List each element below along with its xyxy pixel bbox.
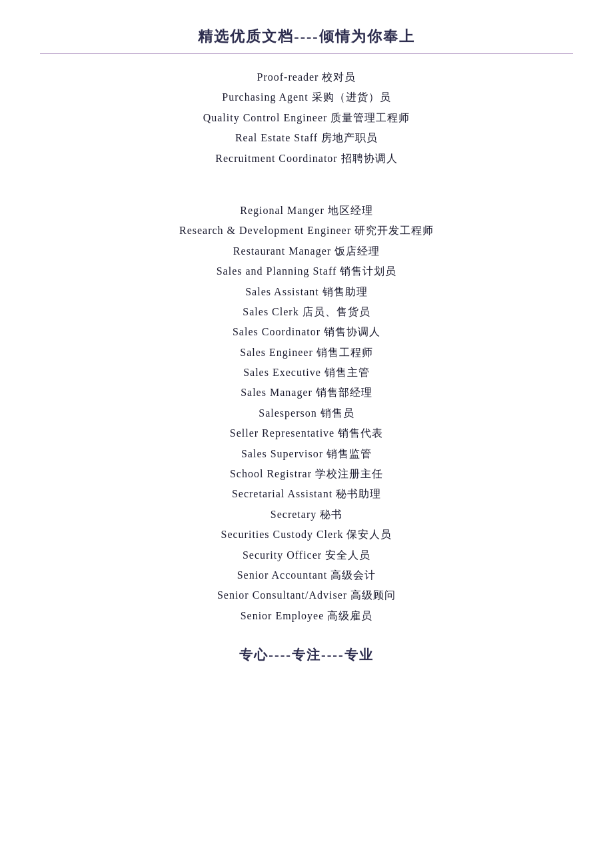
list-item: Seller Representative 销售代表 [179, 423, 434, 443]
list-item: Sales Engineer 销售工程师 [179, 343, 434, 363]
list-item: Sales Clerk 店员、售货员 [179, 302, 434, 322]
list-item: Senior Accountant 高级会计 [179, 565, 434, 585]
list-item: Regional Manger 地区经理 [179, 201, 434, 221]
page-title: 精选优质文档----倾情为你奉上 [40, 27, 573, 47]
list-item: Real Estate Staff 房地产职员 [203, 128, 410, 148]
list-item: Sales Assistant 销售助理 [179, 282, 434, 302]
list-item: Senior Employee 高级雇员 [179, 606, 434, 626]
list-item: Security Officer 安全人员 [179, 545, 434, 565]
list-item: Sales Manager 销售部经理 [179, 383, 434, 403]
entries-group-2: Regional Manger 地区经理Research & Developme… [179, 201, 434, 626]
list-item: School Registrar 学校注册主任 [179, 464, 434, 484]
list-item: Salesperson 销售员 [179, 403, 434, 423]
page-header: 精选优质文档----倾情为你奉上 [40, 27, 573, 47]
list-item: Sales Coordinator 销售协调人 [179, 322, 434, 342]
header-divider [40, 53, 573, 54]
list-item: Recruitment Coordinator 招聘协调人 [203, 149, 410, 169]
list-item: Sales and Planning Staff 销售计划员 [179, 261, 434, 281]
entries-group-1: Proof-reader 校对员Purchasing Agent 采购（进货）员… [203, 67, 410, 169]
list-item: Secretary 秘书 [179, 505, 434, 525]
list-item: Restaurant Manager 饭店经理 [179, 241, 434, 261]
list-item: Purchasing Agent 采购（进货）员 [203, 87, 410, 107]
list-item: Sales Executive 销售主管 [179, 363, 434, 383]
list-item: Research & Development Engineer 研究开发工程师 [179, 221, 434, 241]
footer-text: 专心----专注----专业 [40, 646, 573, 664]
list-item: Sales Supervisor 销售监管 [179, 444, 434, 464]
list-item: Proof-reader 校对员 [203, 67, 410, 87]
list-item: Senior Consultant/Adviser 高级顾问 [179, 585, 434, 605]
list-item: Securities Custody Clerk 保安人员 [179, 525, 434, 545]
list-item: Quality Control Engineer 质量管理工程师 [203, 108, 410, 128]
list-item: Secretarial Assistant 秘书助理 [179, 484, 434, 504]
content-area: Proof-reader 校对员Purchasing Agent 采购（进货）员… [40, 67, 573, 626]
